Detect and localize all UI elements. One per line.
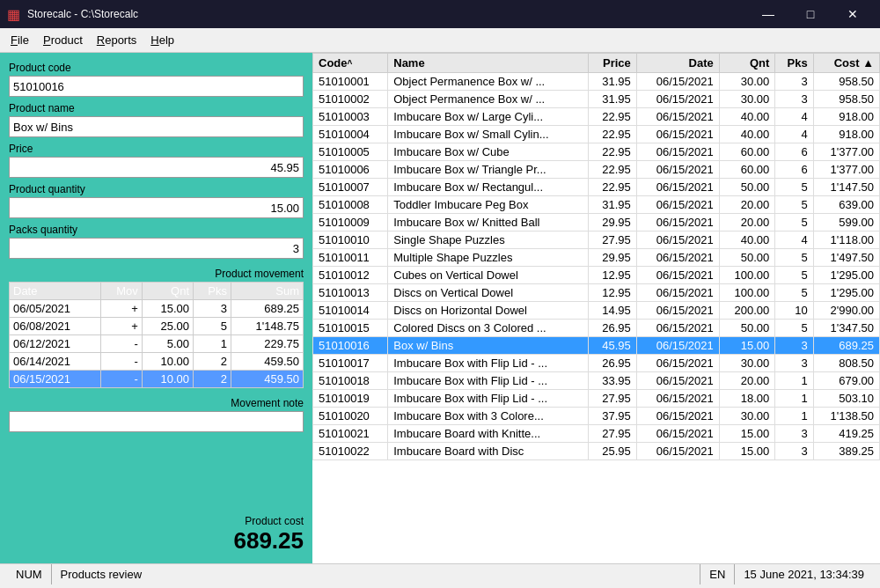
movement-cell: 15.00	[142, 300, 193, 318]
packs-input[interactable]	[9, 238, 304, 259]
note-input[interactable]	[9, 411, 304, 432]
table-cell: 31.95	[589, 73, 637, 91]
maximize-button[interactable]: □	[790, 0, 831, 28]
table-cell: 51010013	[313, 284, 388, 302]
table-row[interactable]: 51010015Colored Discs on 3 Colored ...26…	[313, 320, 880, 337]
table-cell: 33.95	[589, 372, 637, 390]
table-row[interactable]: 51010006Imbucare Box w/ Triangle Pr...22…	[313, 161, 880, 179]
table-cell: Imbucare Box with Flip Lid - ...	[388, 372, 589, 390]
col-date[interactable]: Date	[636, 54, 719, 73]
price-input[interactable]	[9, 157, 304, 178]
table-row[interactable]: 51010010Single Shape Puzzles27.9506/15/2…	[313, 232, 880, 249]
table-cell: 3	[775, 425, 813, 443]
table-row[interactable]: 51010002Object Permanence Box w/ ...31.9…	[313, 91, 880, 108]
right-panel: Code^ Name Price Date Qnt Pks Cost ▲ 510…	[312, 53, 880, 563]
table-row[interactable]: 51010016Box w/ Bins45.9506/15/202115.003…	[313, 337, 880, 355]
table-cell: 51010021	[313, 425, 388, 443]
table-cell: Imbucare Box with Flip Lid - ...	[388, 390, 589, 408]
table-row[interactable]: 51010009Imbucare Box w/ Knitted Ball29.9…	[313, 214, 880, 232]
note-label: Movement note	[9, 397, 304, 409]
table-row[interactable]: 51010012Cubes on Vertical Dowel12.9506/1…	[313, 267, 880, 284]
table-row[interactable]: 51010008Toddler Imbucare Peg Box31.9506/…	[313, 196, 880, 214]
cost-value: 689.25	[9, 527, 304, 555]
table-cell: 22.95	[589, 126, 637, 143]
table-cell: 30.00	[719, 355, 774, 372]
table-cell: 50.00	[719, 249, 774, 267]
table-row[interactable]: 51010001Object Permanence Box w/ ...31.9…	[313, 73, 880, 91]
table-cell: 06/15/2021	[636, 425, 719, 443]
table-row[interactable]: 51010005Imbucare Box w/ Cube22.9506/15/2…	[313, 143, 880, 161]
table-cell: 15.00	[719, 443, 774, 460]
table-cell: 50.00	[719, 320, 774, 337]
col-code[interactable]: Code^	[313, 54, 388, 73]
table-row[interactable]: 51010013Discs on Vertical Dowel12.9506/1…	[313, 284, 880, 302]
movement-col-pks: Pks	[194, 283, 231, 300]
table-cell: 5	[775, 214, 813, 232]
price-label: Price	[9, 143, 304, 155]
table-cell: 808.50	[813, 355, 879, 372]
table-row[interactable]: 51010019Imbucare Box with Flip Lid - ...…	[313, 390, 880, 408]
movement-title: Product movement	[9, 268, 304, 280]
col-cost[interactable]: Cost ▲	[813, 54, 879, 73]
table-row[interactable]: 51010018Imbucare Box with Flip Lid - ...…	[313, 372, 880, 390]
table-cell: 06/15/2021	[636, 108, 719, 126]
table-cell: 22.95	[589, 161, 637, 179]
menu-help[interactable]: Help	[143, 30, 181, 50]
col-name[interactable]: Name	[388, 54, 589, 73]
table-cell: 27.95	[589, 425, 637, 443]
table-cell: 1'147.50	[813, 179, 879, 196]
table-cell: 50.00	[719, 179, 774, 196]
close-button[interactable]: ✕	[832, 0, 873, 28]
movement-cell: 06/08/2021	[10, 318, 101, 335]
table-cell: 51010015	[313, 320, 388, 337]
table-cell: 06/15/2021	[636, 443, 719, 460]
table-row[interactable]: 51010021Imbucare Board with Knitte...27.…	[313, 425, 880, 443]
menu-file[interactable]: File	[4, 30, 36, 50]
table-row[interactable]: 51010022Imbucare Board with Disc25.9506/…	[313, 443, 880, 460]
table-cell: 26.95	[589, 320, 637, 337]
movement-col-qnt: Qnt	[142, 283, 193, 300]
col-pks[interactable]: Pks	[775, 54, 813, 73]
table-cell: 15.00	[719, 425, 774, 443]
table-cell: Imbucare Box w/ Cube	[388, 143, 589, 161]
menu-product[interactable]: Product	[36, 30, 90, 50]
menu-reports[interactable]: Reports	[90, 30, 144, 50]
table-cell: Imbucare Box with 3 Colore...	[388, 408, 589, 425]
table-row[interactable]: 51010003Imbucare Box w/ Large Cyli...22.…	[313, 108, 880, 126]
table-cell: 5	[775, 179, 813, 196]
quantity-input[interactable]	[9, 197, 304, 218]
movement-cell: 06/14/2021	[10, 353, 101, 371]
table-row[interactable]: 51010004Imbucare Box w/ Small Cylin...22…	[313, 126, 880, 143]
table-cell: 06/15/2021	[636, 232, 719, 249]
table-cell: 51010008	[313, 196, 388, 214]
movement-cell: 2	[194, 353, 231, 371]
table-cell: 06/15/2021	[636, 408, 719, 425]
table-cell: 1	[775, 372, 813, 390]
table-cell: 12.95	[589, 267, 637, 284]
table-cell: 6	[775, 143, 813, 161]
table-cell: 4	[775, 108, 813, 126]
table-row[interactable]: 51010011Multiple Shape Puzzles29.9506/15…	[313, 249, 880, 267]
col-qnt[interactable]: Qnt	[719, 54, 774, 73]
table-cell: 200.00	[719, 302, 774, 320]
status-bar: NUM Products review EN 15 June 2021, 13:…	[0, 563, 880, 584]
col-price[interactable]: Price	[589, 54, 637, 73]
table-cell: 18.00	[719, 390, 774, 408]
product-code-input[interactable]	[9, 76, 304, 97]
product-table-scroll[interactable]: Code^ Name Price Date Qnt Pks Cost ▲ 510…	[312, 53, 880, 563]
table-cell: Toddler Imbucare Peg Box	[388, 196, 589, 214]
table-cell: 40.00	[719, 126, 774, 143]
table-row[interactable]: 51010007Imbucare Box w/ Rectangul...22.9…	[313, 179, 880, 196]
table-row[interactable]: 51010017Imbucare Box with Flip Lid - ...…	[313, 355, 880, 372]
price-section: Price	[9, 143, 304, 178]
product-name-label: Product name	[9, 102, 304, 114]
table-cell: 06/15/2021	[636, 390, 719, 408]
product-name-input[interactable]	[9, 116, 304, 137]
movement-cell: 3	[194, 300, 231, 318]
minimize-button[interactable]: —	[748, 0, 788, 28]
table-cell: 06/15/2021	[636, 143, 719, 161]
title-bar: ▦ Storecalc - C:\Storecalc — □ ✕	[0, 0, 880, 28]
table-row[interactable]: 51010014Discs on Horizontal Dowel14.9506…	[313, 302, 880, 320]
table-cell: 1	[775, 390, 813, 408]
table-row[interactable]: 51010020Imbucare Box with 3 Colore...37.…	[313, 408, 880, 425]
